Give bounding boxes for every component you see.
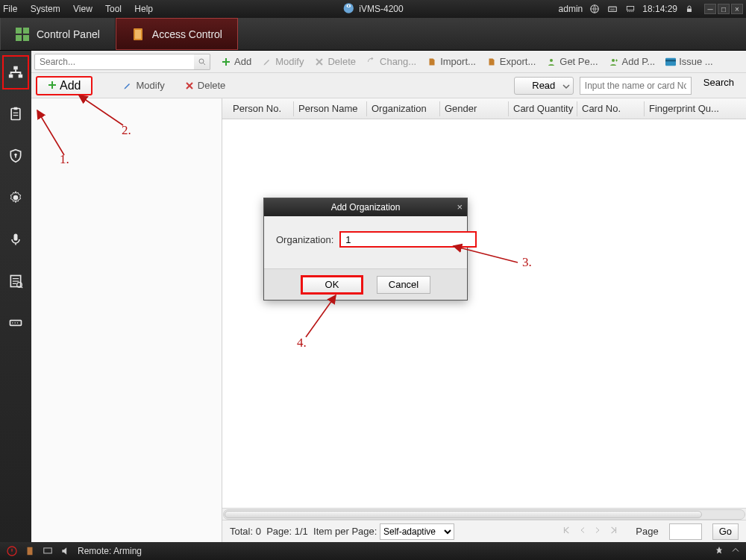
svg-point-2 <box>348 5 349 7</box>
col-gender[interactable]: Gender <box>440 101 509 116</box>
menu-system[interactable]: System <box>31 4 60 14</box>
pencil-icon <box>262 57 272 67</box>
modify-button[interactable]: Modify <box>262 56 304 67</box>
alert-icon[interactable] <box>6 545 18 557</box>
name-filter-input[interactable] <box>580 77 692 95</box>
minimize-button[interactable]: ─ <box>704 4 716 14</box>
refresh-icon <box>366 57 377 67</box>
close-button[interactable]: × <box>731 4 743 14</box>
svg-rect-16 <box>11 109 20 120</box>
dialog-ok-button[interactable]: OK <box>301 275 363 295</box>
add-organization-dialog: Add Organization × Organization: OK Canc… <box>263 198 468 301</box>
sidebar-icon-org[interactable] <box>2 55 29 89</box>
org-delete-button[interactable]: Delete <box>184 80 226 91</box>
expand-icon[interactable] <box>731 546 740 557</box>
speaker-icon[interactable] <box>60 545 72 557</box>
org-modify-button[interactable]: Modify <box>122 80 164 91</box>
col-fingerprint[interactable]: Fingerprint Qu... <box>645 101 727 116</box>
svg-rect-34 <box>44 548 52 553</box>
menu-view[interactable]: View <box>73 4 93 14</box>
pager: Total: 0 Page: 1/1 Item per Page: Self-a… <box>222 520 746 542</box>
svg-rect-10 <box>23 35 29 41</box>
plus-icon <box>221 57 231 67</box>
pager-next-icon[interactable] <box>593 526 602 537</box>
organization-tree[interactable] <box>31 98 222 542</box>
person-get-icon <box>546 57 557 67</box>
org-add-button[interactable]: Add <box>36 76 93 95</box>
pencil-icon <box>122 81 133 91</box>
ram-icon[interactable] <box>624 3 636 15</box>
pager-go-button[interactable]: Go <box>712 523 739 540</box>
svg-point-28 <box>550 59 553 62</box>
addperson-button[interactable]: Add P... <box>609 56 656 67</box>
issue-button[interactable]: Issue ... <box>665 56 713 67</box>
svg-rect-30 <box>665 57 676 66</box>
export-icon <box>486 57 497 67</box>
app-logo-icon <box>342 2 359 16</box>
pager-itemper-label: Item per Page: <box>313 526 377 537</box>
org-add-label: Add <box>60 79 81 92</box>
svg-rect-7 <box>16 28 22 34</box>
person-add-icon <box>609 57 619 67</box>
table-header: Person No. Person Name Organization Gend… <box>222 98 746 119</box>
svg-point-29 <box>612 59 615 62</box>
pager-page: 1/1 <box>295 526 308 537</box>
search-input[interactable] <box>34 54 210 70</box>
sidebar-icon-mic[interactable] <box>2 222 29 257</box>
col-card-no[interactable]: Card No. <box>577 101 645 116</box>
sidebar-icon-report[interactable] <box>2 264 29 298</box>
lock-icon[interactable] <box>683 3 695 15</box>
getperson-button[interactable]: Get Pe... <box>546 56 598 67</box>
clock-text: 18:14:29 <box>642 4 677 14</box>
sidebar-icon-device[interactable] <box>2 306 29 340</box>
dialog-title: Add Organization <box>331 202 401 213</box>
screen-icon[interactable] <box>42 545 54 557</box>
dialog-titlebar[interactable]: Add Organization × <box>264 198 467 216</box>
col-organization[interactable]: Organization <box>367 101 440 116</box>
access-control-icon <box>131 28 145 41</box>
menu-tool[interactable]: Tool <box>105 4 122 14</box>
tab-control-panel[interactable]: Control Panel <box>0 18 116 50</box>
menu-file[interactable]: File <box>3 4 17 14</box>
tab-control-panel-label: Control Panel <box>37 28 100 40</box>
read-dropdown[interactable]: Read <box>514 77 574 95</box>
sidebar-icon-gear[interactable] <box>2 180 29 215</box>
change-button[interactable]: Chang... <box>366 56 416 67</box>
control-panel-icon <box>16 28 29 41</box>
keyboard-icon[interactable] <box>606 3 618 15</box>
pager-first-icon[interactable] <box>562 525 572 538</box>
maximize-button[interactable]: □ <box>718 4 730 14</box>
col-card-qty[interactable]: Card Quantity <box>509 101 577 116</box>
pager-last-icon[interactable] <box>608 525 618 538</box>
col-person-name[interactable]: Person Name <box>294 101 367 116</box>
import-button[interactable]: Import... <box>427 56 476 67</box>
search-button[interactable]: Search <box>696 77 742 95</box>
sidebar-icon-clipboard[interactable] <box>2 97 29 131</box>
status-remote: Remote: Arming <box>78 546 142 556</box>
dialog-close-icon[interactable]: × <box>457 201 463 213</box>
door-icon[interactable] <box>24 545 36 557</box>
pager-prev-icon[interactable] <box>578 526 587 537</box>
tab-access-control[interactable]: Access Control <box>116 18 238 50</box>
top-toolbar: Add Modify Delete Chang... Import... Exp… <box>31 51 746 73</box>
menu-help[interactable]: Help <box>134 4 153 14</box>
dialog-cancel-button[interactable]: Cancel <box>377 276 430 294</box>
pin-icon[interactable] <box>715 546 724 557</box>
status-bar: Remote: Arming <box>0 542 746 560</box>
sidebar-icon-shield[interactable] <box>2 139 29 173</box>
pager-page-input[interactable] <box>669 523 702 540</box>
dialog-org-input[interactable] <box>339 231 477 248</box>
pager-total-label: Total: <box>230 526 253 537</box>
export-button[interactable]: Export... <box>486 56 536 67</box>
pager-itemper-select[interactable]: Self-adaptive <box>380 523 454 540</box>
add-button[interactable]: Add <box>221 56 251 67</box>
x-icon <box>184 81 195 91</box>
search-icon[interactable] <box>194 54 210 70</box>
dialog-org-label: Organization: <box>276 234 333 245</box>
delete-button[interactable]: Delete <box>314 56 356 67</box>
globe-icon[interactable] <box>589 3 601 15</box>
svg-rect-19 <box>15 155 16 157</box>
horizontal-scrollbar[interactable] <box>222 508 746 520</box>
svg-rect-4 <box>609 7 617 11</box>
col-person-no[interactable]: Person No. <box>228 101 294 116</box>
